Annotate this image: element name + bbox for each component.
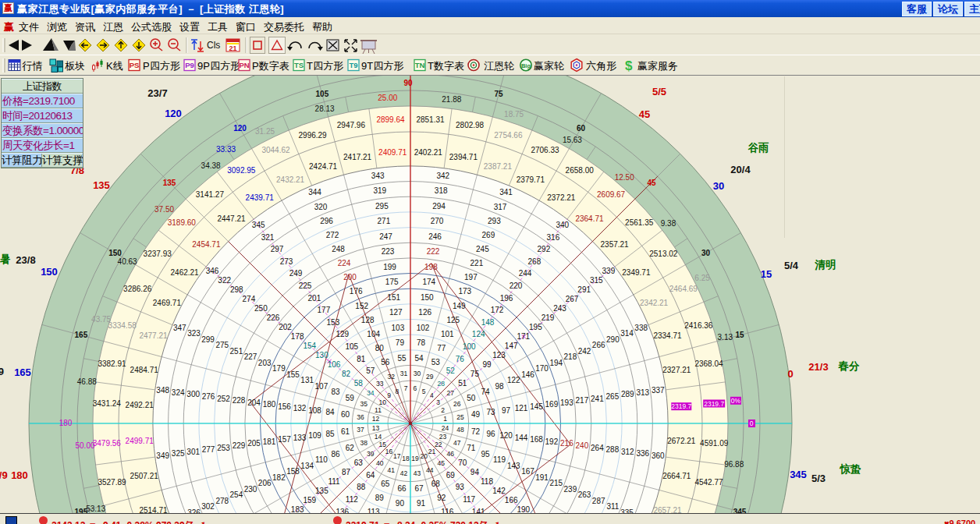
svg-text:344: 344 (308, 188, 321, 196)
svg-text:2447.21: 2447.21 (217, 214, 246, 223)
svg-text:223: 223 (382, 247, 395, 256)
svg-text:2379.71: 2379.71 (517, 175, 545, 184)
svg-text:2464.69: 2464.69 (669, 285, 698, 293)
svg-text:37: 37 (357, 426, 364, 434)
svg-text:144: 144 (515, 434, 528, 442)
svg-text:91: 91 (417, 499, 426, 508)
svg-text:173: 173 (458, 287, 471, 296)
svg-text:263: 263 (578, 490, 591, 499)
svg-text:166: 166 (505, 496, 518, 505)
svg-text:126: 126 (418, 308, 431, 317)
svg-text:105: 105 (345, 342, 358, 351)
svg-text:48: 48 (456, 426, 464, 434)
svg-text:322: 322 (218, 276, 231, 285)
svg-text:2514.71: 2514.71 (139, 506, 168, 513)
svg-text:35: 35 (360, 400, 368, 408)
svg-text:278: 278 (215, 497, 229, 505)
svg-text:117: 117 (463, 495, 475, 504)
svg-text:63: 63 (354, 458, 364, 467)
svg-text:339: 339 (602, 267, 616, 275)
svg-text:83: 83 (331, 388, 340, 396)
svg-text:151: 151 (387, 293, 400, 302)
svg-text:135: 135 (93, 179, 110, 191)
svg-text:3334.58: 3334.58 (108, 321, 137, 330)
svg-text:21/3: 21/3 (808, 361, 828, 373)
svg-text:江恩轮: 江恩轮 (484, 60, 514, 72)
svg-text:66: 66 (397, 484, 407, 493)
svg-text:88: 88 (357, 483, 366, 491)
svg-text:313: 313 (636, 388, 649, 397)
svg-text:337: 337 (652, 386, 665, 395)
svg-text:84: 84 (325, 408, 335, 416)
svg-text:2851.31: 2851.31 (416, 115, 445, 124)
svg-text:197: 197 (464, 273, 478, 281)
svg-text:155: 155 (286, 370, 300, 379)
svg-text:81: 81 (357, 355, 366, 363)
svg-text:224: 224 (338, 259, 351, 267)
svg-text:241: 241 (591, 395, 604, 403)
svg-text:13: 13 (372, 424, 380, 432)
svg-text:243: 243 (553, 304, 566, 313)
svg-text:103: 103 (392, 324, 405, 332)
svg-text:321: 321 (261, 233, 275, 242)
svg-text:2507.21: 2507.21 (130, 472, 159, 480)
svg-text:323: 323 (187, 329, 201, 338)
svg-text:273: 273 (280, 257, 293, 266)
svg-text:31.25: 31.25 (255, 127, 275, 136)
svg-text:76: 76 (456, 355, 465, 363)
svg-text:300: 300 (186, 390, 200, 398)
svg-text:60: 60 (341, 410, 350, 419)
svg-text:30: 30 (701, 249, 711, 257)
svg-text:99: 99 (482, 360, 492, 369)
svg-text:296: 296 (320, 217, 333, 225)
svg-text:3: 3 (436, 398, 440, 406)
svg-text:2394.71: 2394.71 (449, 153, 478, 161)
svg-text:30: 30 (713, 180, 724, 192)
svg-text:226: 226 (267, 313, 280, 322)
svg-text:277: 277 (202, 445, 215, 454)
svg-text:5/4: 5/4 (784, 260, 799, 271)
svg-text:271: 271 (378, 217, 391, 225)
svg-text:12: 12 (372, 415, 380, 423)
svg-text:266: 266 (592, 341, 605, 349)
svg-text:18.75: 18.75 (504, 110, 524, 119)
svg-text:156: 156 (278, 402, 291, 411)
svg-text:177: 177 (318, 306, 331, 314)
svg-text:43: 43 (414, 469, 421, 477)
svg-text:179: 179 (272, 364, 286, 373)
svg-text:194: 194 (549, 359, 563, 367)
svg-text:2368.04: 2368.04 (694, 359, 723, 368)
svg-text:341: 341 (499, 188, 513, 196)
svg-text:2477.21: 2477.21 (139, 331, 168, 340)
svg-text:4542.77: 4542.77 (694, 478, 723, 487)
svg-text:301: 301 (186, 448, 200, 456)
svg-text:2417.21: 2417.21 (343, 153, 372, 161)
svg-text:192: 192 (545, 437, 559, 446)
svg-text:199: 199 (383, 263, 396, 271)
svg-text:265: 265 (606, 392, 620, 401)
svg-text:2319.7: 2319.7 (704, 400, 724, 408)
svg-text:299: 299 (201, 335, 215, 344)
svg-text:2454.71: 2454.71 (192, 240, 221, 249)
svg-text:58: 58 (354, 379, 364, 388)
svg-text:23/8: 23/8 (16, 254, 35, 266)
svg-text:120: 120 (165, 108, 182, 119)
svg-text:Big: Big (521, 62, 531, 69)
svg-text:182: 182 (272, 473, 286, 482)
svg-text:220: 220 (510, 281, 523, 290)
svg-text:191: 191 (535, 473, 549, 482)
svg-text:132: 132 (293, 404, 307, 412)
svg-text:51: 51 (458, 379, 467, 388)
svg-text:159: 159 (303, 496, 316, 505)
svg-text:6.25: 6.25 (694, 274, 710, 282)
svg-text:349: 349 (156, 451, 169, 460)
svg-text:107: 107 (315, 382, 328, 391)
svg-text:55: 55 (397, 354, 407, 363)
svg-text:7: 7 (404, 384, 408, 392)
svg-text:293: 293 (488, 217, 501, 225)
svg-text:10: 10 (379, 398, 387, 406)
svg-text:2387.21: 2387.21 (484, 162, 513, 171)
svg-text:56: 56 (381, 358, 390, 366)
svg-text:135: 135 (315, 487, 328, 495)
svg-text:15.63: 15.63 (563, 136, 582, 144)
